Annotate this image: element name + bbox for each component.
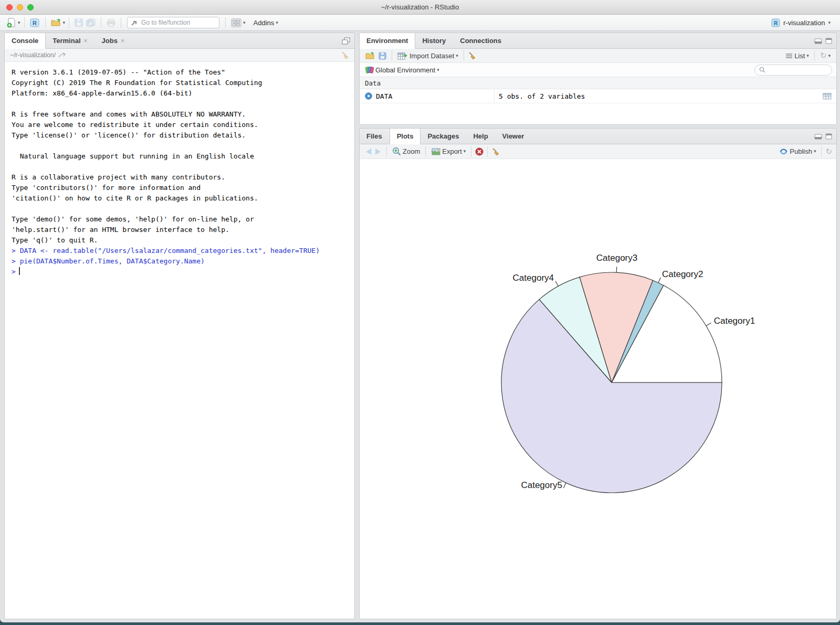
tab-viewer[interactable]: Viewer: [496, 129, 532, 144]
project-name: r-visualization: [783, 19, 825, 27]
list-view-button[interactable]: List ▾: [784, 51, 811, 61]
maximize-pane-icon[interactable]: [825, 133, 832, 140]
pane-layout-button[interactable]: [229, 17, 243, 28]
project-icon: R: [771, 18, 780, 27]
zoom-plot-button[interactable]: Zoom: [391, 146, 422, 157]
environment-scope-bar: Global Environment ▾: [360, 63, 836, 77]
import-dataset-button[interactable]: Import Dataset ▾: [396, 51, 460, 61]
tab-jobs-label: Jobs: [102, 37, 118, 45]
addins-label: Addins: [254, 19, 275, 27]
close-icon[interactable]: ×: [121, 37, 124, 45]
maximize-pane-icon[interactable]: [825, 38, 832, 44]
open-folder-icon: [365, 52, 375, 60]
environment-section-label: Data: [365, 79, 381, 87]
clear-console-icon[interactable]: [341, 51, 349, 59]
tab-plots[interactable]: Plots: [390, 129, 421, 144]
pie-label-tick: [555, 281, 558, 287]
clear-objects-icon[interactable]: [468, 51, 476, 60]
clear-plots-icon[interactable]: [491, 147, 500, 156]
environment-toolbar: Import Dataset ▾ List ▾ ↻ ▾: [360, 49, 836, 63]
remove-plot-icon[interactable]: [475, 147, 484, 156]
addins-caret: ▾: [276, 20, 278, 25]
export-plot-button[interactable]: Export ▾: [429, 146, 467, 156]
goto-file-input[interactable]: Go to file/function: [127, 17, 219, 28]
environment-search-input[interactable]: [754, 65, 832, 76]
minimize-pane-icon[interactable]: [814, 38, 822, 44]
open-file-button[interactable]: [49, 17, 63, 28]
save-all-icon: [86, 18, 96, 27]
pane-layout-caret[interactable]: ▾: [243, 20, 246, 25]
text-cursor: [19, 267, 20, 275]
pie-label-category1: Category1: [714, 316, 755, 326]
tab-help[interactable]: Help: [466, 129, 495, 144]
load-workspace-button[interactable]: [364, 51, 377, 61]
print-icon: [107, 19, 116, 27]
environment-pane: Environment History Connections: [359, 33, 837, 125]
console-command-1: > DATA <- read.table("/Users/lsalazar/co…: [12, 246, 354, 256]
console-banner: R version 3.6.1 (2019-07-05) -- "Action …: [12, 67, 354, 246]
plots-tabbar: Files Plots Packages Help Viewer: [360, 129, 836, 144]
expand-object-icon[interactable]: [365, 92, 372, 100]
save-all-button[interactable]: [85, 17, 97, 28]
close-icon[interactable]: ×: [84, 37, 88, 45]
minimize-pane-icon[interactable]: [814, 134, 822, 140]
refresh-environment-button[interactable]: ↻ ▾: [818, 50, 832, 61]
working-directory: ~/r-visualization/: [10, 51, 56, 59]
tab-connections-label: Connections: [460, 37, 501, 45]
environment-object-row[interactable]: DATA 5 obs. of 2 variables: [360, 89, 836, 103]
console-path-bar: ~/r-visualization/: [5, 49, 354, 62]
console-prompt: >: [12, 268, 16, 276]
environment-scope-caret: ▾: [437, 68, 439, 72]
list-view-label: List: [794, 52, 805, 60]
tab-connections[interactable]: Connections: [453, 33, 509, 48]
zoom-label: Zoom: [403, 147, 420, 155]
pie-label-category5: Category5: [521, 480, 562, 490]
show-panes-icon[interactable]: [342, 37, 350, 45]
search-icon: [759, 67, 765, 73]
svg-text:R: R: [774, 20, 778, 26]
save-button[interactable]: [73, 17, 85, 28]
save-workspace-button[interactable]: [377, 51, 388, 61]
goto-file-placeholder: Go to file/function: [141, 19, 190, 26]
zoom-magnifier-icon: [392, 147, 401, 156]
goto-directory-icon[interactable]: [58, 52, 66, 58]
new-file-menu-caret[interactable]: ▾: [18, 20, 20, 25]
tab-packages[interactable]: Packages: [421, 129, 466, 144]
rstudio-window: ~/r-visualization - RStudio ▾ R ▾: [0, 0, 840, 622]
tab-jobs[interactable]: Jobs ×: [95, 33, 132, 48]
console-output[interactable]: R version 3.6.1 (2019-07-05) -- "Action …: [5, 62, 354, 277]
tab-history[interactable]: History: [415, 33, 453, 48]
environment-scope-selector[interactable]: Global Environment ▾: [364, 65, 441, 75]
project-selector[interactable]: R r-visualization ▾: [771, 18, 835, 27]
tab-console[interactable]: Console: [5, 33, 46, 49]
print-button[interactable]: [105, 18, 117, 28]
plots-pane: Files Plots Packages Help Viewer: [359, 128, 837, 619]
main-toolbar: ▾ R ▾: [0, 15, 840, 31]
publish-plot-button[interactable]: Publish ▾: [778, 146, 817, 156]
tab-help-label: Help: [473, 132, 488, 140]
tab-files[interactable]: Files: [360, 129, 390, 144]
next-plot-button[interactable]: [375, 149, 381, 155]
pie-label-tick: [563, 483, 566, 488]
previous-plot-button[interactable]: [366, 149, 371, 155]
object-name: DATA: [376, 92, 392, 100]
tab-terminal[interactable]: Terminal ×: [46, 33, 94, 48]
tab-terminal-label: Terminal: [52, 37, 80, 45]
pie-label-tick: [616, 267, 617, 272]
tab-history-label: History: [422, 37, 446, 45]
new-file-button[interactable]: [5, 17, 18, 29]
tab-environment[interactable]: Environment: [360, 33, 415, 49]
new-project-button[interactable]: R: [28, 17, 41, 29]
plot-canvas: Category1Category2Category3Category4Cate…: [360, 159, 836, 619]
tab-environment-label: Environment: [366, 37, 408, 45]
view-table-icon[interactable]: [823, 93, 832, 100]
pie-label-category4: Category4: [513, 273, 554, 283]
refresh-plot-icon[interactable]: ↻: [825, 147, 832, 156]
publish-icon: [779, 147, 788, 155]
addins-button[interactable]: Addins ▾: [252, 18, 280, 28]
open-file-menu-caret[interactable]: ▾: [63, 20, 66, 25]
project-caret: ▾: [828, 20, 831, 25]
new-file-icon: [7, 18, 16, 28]
console-tabbar: Console Terminal × Jobs ×: [5, 33, 354, 49]
save-icon: [75, 18, 83, 27]
